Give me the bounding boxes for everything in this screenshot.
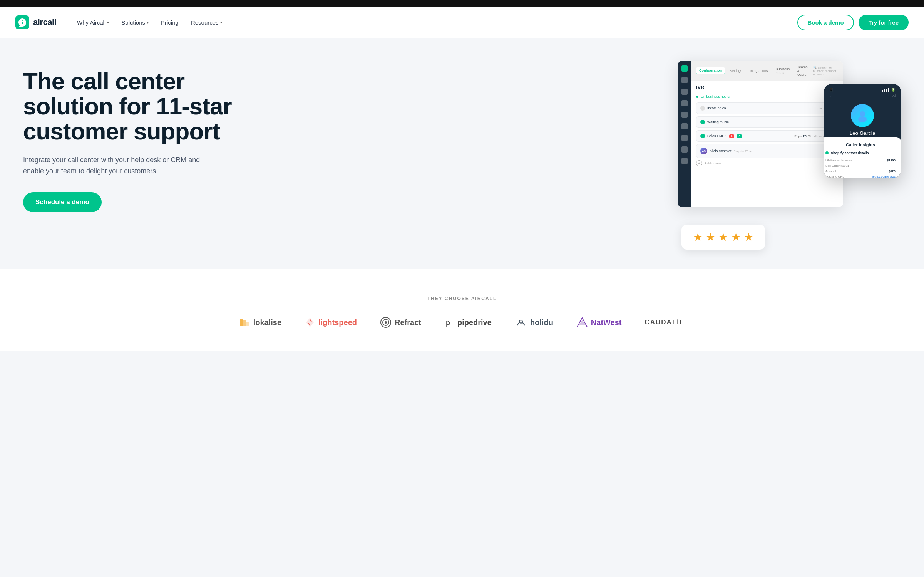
status-dot: [696, 96, 698, 98]
ivr-node-incoming: Incoming call Inactive ⋮: [696, 102, 839, 114]
logo-link[interactable]: aircall: [15, 15, 56, 29]
caller-insights-panel: Caller Insights Shopify contact details …: [824, 137, 901, 178]
phone-time: 📱: [829, 88, 834, 92]
ivr-panel: Configuration Settings Integrations Busi…: [678, 61, 843, 207]
pipedrive-name: pipedrive: [457, 318, 492, 327]
svg-rect-0: [15, 15, 29, 29]
nav-item-solutions[interactable]: Solutions ▾: [116, 16, 154, 29]
node-circle-1: [700, 106, 705, 111]
nav-link-pricing[interactable]: Pricing: [156, 16, 184, 29]
holidu-name: holidu: [530, 318, 553, 327]
caller-name: Leo Garcia: [849, 130, 875, 136]
ivr-node-waiting: Waiting music ⋮: [696, 116, 839, 128]
nav-link-resources[interactable]: Resources ▾: [186, 16, 228, 29]
partner-caudalie: CAUDALÍE: [645, 319, 685, 326]
nav-item-why[interactable]: Why Aircall ▾: [72, 16, 114, 29]
natwest-name: NatWest: [591, 318, 622, 327]
partner-lokalise: lokalise: [239, 317, 281, 328]
add-option-button[interactable]: + Add option: [696, 160, 839, 166]
nav-item-pricing[interactable]: Pricing: [156, 16, 184, 29]
insight-key-3: Amount: [825, 169, 836, 173]
try-free-button[interactable]: Try for free: [859, 15, 909, 30]
node-circle-3: [700, 134, 705, 138]
partner-pipedrive: p pipedrive: [444, 317, 492, 327]
svg-point-1: [860, 111, 865, 117]
insight-val-4[interactable]: fedex.com/#G22: [872, 175, 896, 178]
holidu-icon: [515, 317, 527, 328]
phone-aircall-label: Ai: [892, 94, 896, 98]
hero-left: The call center solution for 11-star cus…: [23, 61, 246, 212]
partner-holidu: holidu: [515, 317, 553, 328]
phone-avatar: [851, 104, 874, 127]
insight-key-1: Lifetime order value: [825, 159, 852, 162]
ivr-status: On business hours: [696, 95, 839, 99]
partners-logos: lokalise lightspeed Refract p pipedrive: [23, 317, 901, 328]
nav-links: Why Aircall ▾ Solutions ▾ Pricing Resour…: [72, 16, 227, 29]
sidebar-icon-2: [681, 89, 688, 95]
reps-label: Reps: [794, 134, 802, 138]
stars-panel: ★ ★ ★ ★ ★: [681, 225, 765, 250]
ivr-tab-teams[interactable]: Teams & Users: [794, 64, 811, 78]
insight-key-4: Tracking URL: [825, 175, 844, 178]
insight-row-2: See Order #1001: [825, 164, 896, 168]
reps-count: 25: [803, 134, 807, 138]
svg-point-8: [385, 321, 387, 324]
nav-link-solutions[interactable]: Solutions ▾: [116, 16, 154, 29]
agent-avatar: AS: [700, 148, 707, 154]
ivr-title: IVR: [691, 81, 843, 92]
ivr-tab-settings[interactable]: Settings: [726, 68, 745, 74]
nav-right: Book a demo Try for free: [797, 15, 909, 30]
chevron-down-icon: ▾: [147, 20, 149, 25]
node-circle-2: [700, 120, 705, 124]
aircall-logo-icon: [15, 15, 29, 29]
add-circle-icon: +: [696, 160, 702, 166]
caudalie-name: CAUDALÍE: [645, 319, 685, 326]
hero-screenshots: Configuration Settings Integrations Busi…: [678, 61, 901, 253]
chevron-down-icon: ▾: [220, 20, 222, 25]
badge-red: 8: [729, 134, 735, 138]
ivr-node-sales: Sales EMEA 8 0 Reps 25 Simultaneously ⋮: [696, 130, 839, 142]
ivr-sidebar: [678, 61, 691, 207]
ivr-topbar: Configuration Settings Integrations Busi…: [691, 61, 843, 81]
svg-point-2: [858, 116, 867, 122]
star-1: ★: [693, 231, 703, 243]
ivr-tab-configuration[interactable]: Configuration: [696, 67, 725, 74]
phone-back-icon[interactable]: ←: [829, 94, 833, 98]
ivr-search[interactable]: 🔍 Search for number, member or team: [813, 66, 839, 76]
ivr-tab-integrations[interactable]: Integrations: [747, 68, 771, 74]
badge-green: 0: [737, 134, 742, 138]
hero-title: The call center solution for 11-star cus…: [23, 69, 246, 144]
sidebar-icon-1: [681, 77, 688, 83]
pipedrive-icon: p: [444, 317, 454, 327]
book-demo-button[interactable]: Book a demo: [797, 15, 854, 30]
hero-subtitle: Integrate your call center with your hel…: [23, 154, 208, 177]
ivr-tab-business-hours[interactable]: Business hours: [773, 66, 793, 76]
shopify-dot: [825, 151, 829, 154]
nav-left: aircall Why Aircall ▾ Solutions ▾ Pricin…: [15, 15, 228, 29]
sidebar-icon-active: [681, 65, 688, 72]
star-5: ★: [744, 231, 753, 243]
avatar-face-icon: [855, 109, 869, 122]
shopify-row: Shopify contact details: [825, 151, 896, 155]
lokalise-name: lokalise: [253, 318, 281, 327]
insight-row-1: Lifetime order value $1800: [825, 159, 896, 162]
schedule-demo-button[interactable]: Schedule a demo: [23, 192, 102, 212]
insight-val-3: $120: [889, 169, 896, 173]
star-3: ★: [718, 231, 728, 243]
sidebar-icon-4: [681, 112, 688, 118]
partners-label: THEY CHOOSE AIRCALL: [23, 296, 901, 301]
shopify-label: Shopify contact details: [831, 151, 869, 155]
partner-lightspeed: lightspeed: [305, 317, 357, 328]
nav-item-resources[interactable]: Resources ▾: [186, 16, 228, 29]
phone-topbar: 📱 🔋: [824, 84, 901, 94]
lokalise-icon: [239, 317, 250, 328]
insight-key-2: See Order #1001: [825, 164, 849, 168]
logo-text: aircall: [33, 17, 56, 27]
insight-val-1: $1800: [887, 159, 896, 162]
svg-rect-5: [246, 322, 249, 326]
lightspeed-icon: [305, 317, 315, 328]
ivr-agent-row: AS Alicia Schmidt Rings for 25 sec ⋮: [696, 144, 839, 158]
nav-link-why[interactable]: Why Aircall ▾: [72, 16, 114, 29]
sidebar-icon-8: [681, 158, 688, 164]
svg-text:p: p: [446, 319, 450, 327]
